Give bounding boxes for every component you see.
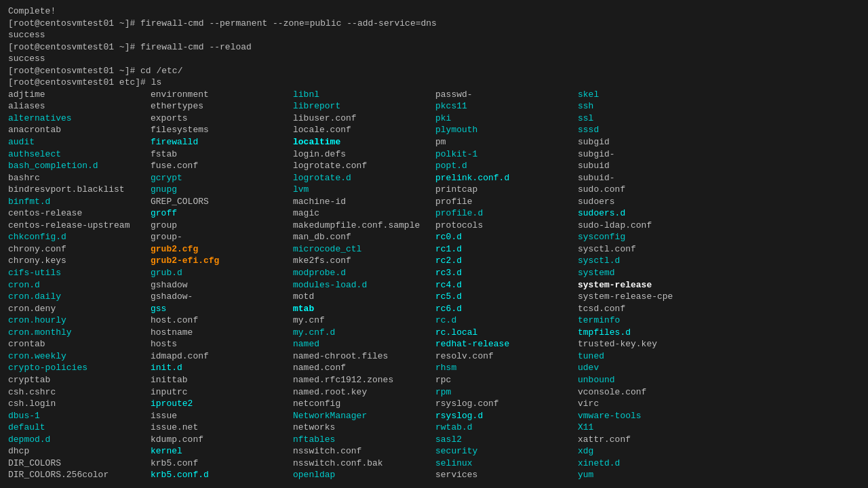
ls-item: nsswitch.conf (293, 445, 435, 458)
ls-item: libreport (293, 100, 435, 113)
ls-item: cron.deny (8, 303, 151, 315)
ls-item: default (8, 422, 151, 434)
line-firewall1: [root@centosvmtest01 ~]# firewall-cmd --… (8, 18, 860, 30)
ls-item: bash_completion.d (8, 160, 151, 172)
ls-item: aliases (8, 100, 151, 113)
ls-item: sysconfig (578, 231, 720, 243)
ls-item: authselect (8, 148, 151, 161)
ls-item: GREP_COLORS (151, 196, 293, 208)
ls-item: modules-load.d (293, 279, 435, 291)
ls-item: rhsm (435, 362, 578, 374)
ls-item: bindresvport.blacklist (8, 184, 151, 196)
ls-item: depmod.d (8, 434, 151, 446)
ls-item: DIR_COLORS (8, 458, 151, 470)
ls-item: firewalld (151, 136, 293, 148)
ls-item: nsswitch.conf.bak (293, 458, 435, 470)
ls-item: yum.conf (578, 481, 720, 483)
ls-item: chrony.keys (8, 255, 151, 267)
ls-item: rc6.d (435, 303, 578, 315)
ls-item: system-release-cpe (578, 291, 720, 303)
ls-item: cron.weekly (8, 350, 151, 363)
ls-item: cifs-utils (8, 267, 151, 279)
ls-item: inputrc (151, 386, 293, 399)
ls-item: plymouth (435, 124, 578, 136)
ls-item: prelink.conf.d (435, 172, 578, 184)
ls-item: csh.cshrc (8, 386, 151, 399)
ls-item: fuse.conf (151, 160, 293, 172)
ls-item: groff (151, 207, 293, 220)
ls-item: dbus-1 (8, 410, 151, 422)
ls-item: libnl (293, 89, 435, 101)
ls-item: profile.d (435, 207, 578, 220)
ls-item: logrotate.conf (293, 160, 435, 172)
ls-item: modprobe.d (293, 267, 435, 279)
ls-item: my.cnf (293, 314, 435, 327)
ls-item: bashrc (8, 172, 151, 184)
line-success2: success (8, 53, 860, 65)
ls-item: environment (151, 89, 293, 101)
ls-item: libuser.conf (293, 113, 435, 125)
ls-item: terminfo (578, 314, 720, 327)
ls-item: iproute2 (151, 398, 293, 410)
ls-item: localtime (293, 136, 435, 148)
ls-item: tuned (578, 350, 720, 363)
ls-item: motd (293, 291, 435, 303)
ls-item: gshadow (151, 279, 293, 291)
ls-item: udev (578, 362, 720, 374)
line-firewall2: [root@centosvmtest01 ~]# firewall-cmd --… (8, 41, 860, 54)
ls-item: adjtime (8, 89, 151, 101)
line-complete: Complete! (8, 5, 860, 18)
ls-item: DIR_COLORS.256color (8, 469, 151, 481)
ls-item: rc2.d (435, 255, 578, 267)
ls-item: ssh (578, 100, 720, 113)
ls-output: adjtimeenvironmentlibnlpasswd-skelaliase… (8, 89, 860, 483)
ls-item: rc4.d (435, 279, 578, 291)
ls-item: xdg (578, 445, 720, 458)
ls-item: magic (293, 207, 435, 220)
ls-item: rc3.d (435, 267, 578, 279)
ls-item: dhcp (8, 445, 151, 458)
ls-item: systemd (578, 267, 720, 279)
ls-item: services (435, 469, 578, 481)
ls-item: crypttab (8, 374, 151, 386)
ls-item: xinetd.d (578, 458, 720, 470)
ls-item: issue.net (151, 422, 293, 434)
ls-item: init.d (151, 362, 293, 374)
ls-item: audit (8, 136, 151, 148)
ls-item: nftables (293, 434, 435, 446)
ls-item: tmpfiles.d (578, 327, 720, 339)
ls-item: named.root.key (293, 386, 435, 399)
ls-item: virc (578, 398, 720, 410)
ls-item: security (435, 445, 578, 458)
ls-item: networks (293, 422, 435, 434)
ls-item: sudoers.d (578, 207, 720, 220)
ls-item: redhat-release (435, 338, 578, 350)
ls-item: printcap (435, 184, 578, 196)
ls-item: named.rfc1912.zones (293, 374, 435, 386)
ls-item: resolv.conf (435, 350, 578, 363)
ls-item: mtab (293, 303, 435, 315)
ls-item: grub2-efi.cfg (151, 255, 293, 267)
ls-item: krb5.conf.d (151, 469, 293, 481)
ls-item: centos-release-upstream (8, 220, 151, 232)
ls-item: tcsd.conf (578, 303, 720, 315)
command-output: Complete! [root@centosvmtest01 ~]# firew… (8, 5, 860, 89)
ls-item: named-chroot.files (293, 350, 435, 363)
ls-item: microcode_ctl (293, 243, 435, 256)
ls-item: opt (293, 481, 435, 483)
ls-item: rwtab.d (435, 422, 578, 434)
terminal[interactable]: Complete! [root@centosvmtest01 ~]# firew… (8, 5, 860, 483)
ls-item: locale.conf (293, 124, 435, 136)
ls-item: profile (435, 196, 578, 208)
ls-item: popt.d (435, 160, 578, 172)
ls-item: sudoers (578, 196, 720, 208)
ls-item: sudo.conf (578, 184, 720, 196)
line-ls: [root@centosvmtest01 etc]# ls (8, 77, 860, 89)
ls-item: group- (151, 231, 293, 243)
ls-item: subuid (578, 160, 720, 172)
ls-item: inittab (151, 374, 293, 386)
ls-item: sasl2 (435, 434, 578, 446)
ls-item: sestatus.conf (435, 481, 578, 483)
ls-item: grub.d (151, 267, 293, 279)
ls-item: gnupg (151, 184, 293, 196)
